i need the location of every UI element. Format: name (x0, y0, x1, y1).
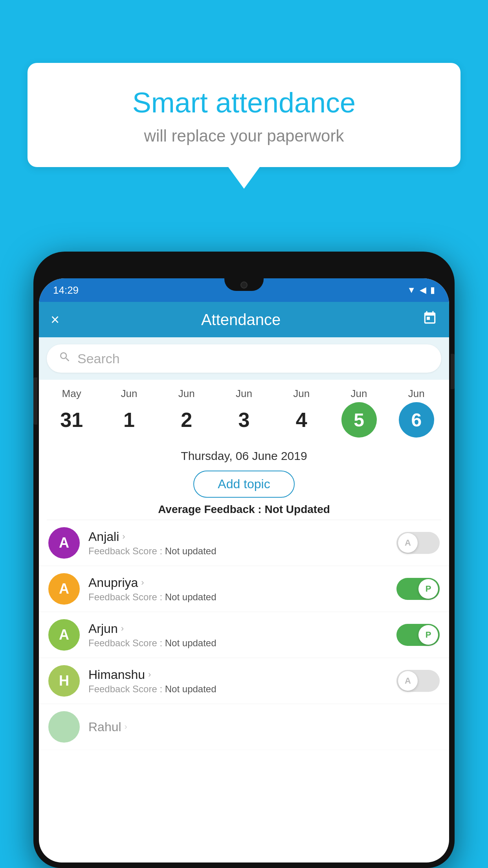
battery-icon: ▮ (430, 285, 435, 295)
student-name-arjun: Arjun › (88, 622, 388, 636)
avg-feedback-value: Not Updated (264, 503, 330, 515)
close-button[interactable]: × (51, 311, 59, 328)
toggle-knob: P (418, 579, 438, 599)
search-icon (59, 351, 71, 366)
avatar-anupriya: A (48, 573, 80, 605)
power-button (451, 354, 455, 389)
chevron-icon: › (141, 577, 144, 588)
student-item-himanshu: H Himanshu › Feedback Score : Not update… (39, 658, 449, 704)
avg-feedback-label: Average Feedback : (158, 503, 262, 515)
chevron-icon: › (121, 623, 124, 634)
date-picker: May 31 Jun 1 Jun 2 (39, 380, 449, 441)
speech-bubble-title: Smart attendance (51, 86, 437, 119)
student-feedback-arjun: Feedback Score : Not updated (88, 638, 388, 649)
student-list: A Anjali › Feedback Score : Not updated … (39, 520, 449, 750)
student-info-arjun[interactable]: Arjun › Feedback Score : Not updated (88, 622, 388, 649)
speech-bubble-container: Smart attendance will replace your paper… (28, 63, 460, 189)
chevron-icon: › (125, 722, 127, 732)
toggle-knob: A (398, 533, 418, 553)
phone-frame: 14:29 ▼ ◀ ▮ × Attendance (33, 252, 455, 868)
date-item-may31[interactable]: May 31 (50, 388, 93, 438)
phone-screen: 14:29 ▼ ◀ ▮ × Attendance (39, 278, 449, 862)
chevron-icon: › (148, 669, 151, 680)
chevron-icon: › (122, 531, 125, 542)
avatar-arjun: A (48, 619, 80, 651)
student-name-himanshu: Himanshu › (88, 668, 388, 682)
student-info-partial: Rahul › (88, 720, 440, 734)
avatar-partial (48, 711, 80, 743)
status-time: 14:29 (53, 284, 79, 296)
date-item-jun1[interactable]: Jun 1 (107, 388, 150, 438)
toggle-knob: P (418, 625, 438, 645)
student-name-partial: Rahul › (88, 720, 440, 734)
avg-feedback: Average Feedback : Not Updated (39, 503, 449, 520)
student-item-anjali: A Anjali › Feedback Score : Not updated … (39, 520, 449, 566)
student-feedback-himanshu: Feedback Score : Not updated (88, 684, 388, 695)
attendance-toggle-arjun[interactable]: P (396, 624, 440, 646)
student-item-anupriya: A Anupriya › Feedback Score : Not update… (39, 566, 449, 612)
student-name-anjali: Anjali › (88, 530, 388, 544)
student-feedback-anjali: Feedback Score : Not updated (88, 546, 388, 557)
signal-icon: ◀ (420, 285, 426, 295)
attendance-toggle-anupriya[interactable]: P (396, 578, 440, 600)
student-info-himanshu[interactable]: Himanshu › Feedback Score : Not updated (88, 668, 388, 695)
date-item-jun3[interactable]: Jun 3 (222, 388, 266, 438)
speech-bubble-tail (228, 167, 260, 189)
selected-date: Thursday, 06 June 2019 (39, 441, 449, 467)
attendance-toggle-himanshu[interactable]: A (396, 670, 440, 692)
date-item-jun5[interactable]: Jun 5 (338, 388, 381, 438)
attendance-toggle-anjali[interactable]: A (396, 532, 440, 554)
student-name-anupriya: Anupriya › (88, 576, 388, 590)
student-item-arjun: A Arjun › Feedback Score : Not updated P (39, 612, 449, 658)
toggle-knob: A (398, 671, 418, 691)
app-bar-title: Attendance (201, 311, 281, 329)
app-bar: × Attendance (39, 302, 449, 337)
status-icons: ▼ ◀ ▮ (407, 285, 435, 295)
date-item-jun4[interactable]: Jun 4 (280, 388, 323, 438)
date-item-jun2[interactable]: Jun 2 (165, 388, 208, 438)
student-info-anupriya[interactable]: Anupriya › Feedback Score : Not updated (88, 576, 388, 603)
camera (240, 281, 248, 289)
phone-notch (224, 278, 264, 291)
wifi-icon: ▼ (407, 285, 416, 295)
avatar-anjali: A (48, 527, 80, 559)
student-item-partial: Rahul › (39, 704, 449, 750)
speech-bubble: Smart attendance will replace your paper… (28, 63, 460, 167)
student-feedback-anupriya: Feedback Score : Not updated (88, 592, 388, 603)
calendar-icon[interactable] (422, 311, 437, 329)
screen-content: × Attendance Search (39, 302, 449, 862)
search-bar-wrapper: Search (39, 337, 449, 380)
speech-bubble-subtitle: will replace your paperwork (51, 127, 437, 145)
avatar-himanshu: H (48, 665, 80, 697)
student-info-anjali[interactable]: Anjali › Feedback Score : Not updated (88, 530, 388, 557)
add-topic-wrapper: Add topic (39, 467, 449, 503)
add-topic-button[interactable]: Add topic (193, 471, 294, 498)
search-placeholder: Search (77, 351, 120, 366)
search-bar[interactable]: Search (47, 344, 441, 373)
volume-button (33, 377, 37, 425)
date-item-jun6[interactable]: Jun 6 (395, 388, 438, 438)
